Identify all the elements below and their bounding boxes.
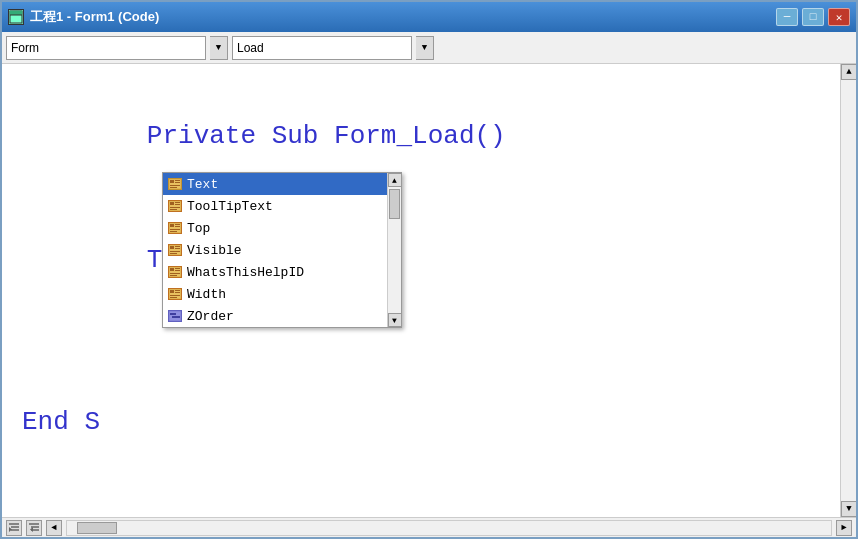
svg-rect-29 bbox=[175, 268, 180, 269]
property-icon-top bbox=[167, 221, 183, 235]
autocomplete-item-tooltiptext[interactable]: ToolTipText bbox=[163, 195, 387, 217]
svg-rect-18 bbox=[175, 226, 180, 227]
autocomplete-item-visible[interactable]: Visible bbox=[163, 239, 387, 261]
svg-rect-8 bbox=[170, 187, 177, 188]
svg-rect-17 bbox=[175, 224, 180, 225]
autocomplete-scrollbar: ▲ ▼ bbox=[387, 173, 401, 327]
svg-rect-4 bbox=[170, 180, 174, 183]
svg-rect-37 bbox=[170, 295, 180, 296]
autocomplete-label-whatsthishelpid: WhatsThisHelpID bbox=[187, 265, 304, 280]
window-controls: ─ □ ✕ bbox=[776, 8, 850, 26]
scroll-up-button[interactable]: ▲ bbox=[841, 64, 856, 80]
svg-rect-11 bbox=[175, 202, 180, 203]
autocomplete-label-tooltiptext: ToolTipText bbox=[187, 199, 273, 214]
autocomplete-item-zorder[interactable]: ZOrder bbox=[163, 305, 387, 327]
property-icon-whatsthis bbox=[167, 265, 183, 279]
svg-rect-22 bbox=[170, 246, 174, 249]
svg-rect-13 bbox=[170, 207, 180, 208]
right-scrollbar: ▲ ▼ bbox=[840, 64, 856, 517]
outdent-button[interactable] bbox=[26, 520, 42, 536]
autocomplete-scroll-down[interactable]: ▼ bbox=[388, 313, 402, 327]
load-dropdown[interactable]: Load bbox=[232, 36, 412, 60]
autocomplete-scroll-thumb[interactable] bbox=[389, 189, 400, 219]
svg-rect-14 bbox=[170, 209, 177, 210]
svg-rect-10 bbox=[170, 202, 174, 205]
window-title: 工程1 - Form1 (Code) bbox=[30, 8, 159, 26]
autocomplete-label-visible: Visible bbox=[187, 243, 242, 258]
svg-rect-35 bbox=[175, 290, 180, 291]
autocomplete-label-width: Width bbox=[187, 287, 226, 302]
svg-rect-38 bbox=[170, 297, 177, 298]
load-dropdown-arrow[interactable]: ▼ bbox=[416, 36, 434, 60]
svg-rect-31 bbox=[170, 273, 180, 274]
bottom-bar: ◄ ► bbox=[2, 517, 856, 537]
property-icon-width bbox=[167, 287, 183, 301]
main-window: 工程1 - Form1 (Code) ─ □ ✕ Form ▼ Load ▼ P… bbox=[0, 0, 858, 539]
autocomplete-item-whatsthishelpid[interactable]: WhatsThisHelpID bbox=[163, 261, 387, 283]
title-bar: 工程1 - Form1 (Code) ─ □ ✕ bbox=[2, 2, 856, 32]
editor-area: Private Sub Form_Load() Text1.te bbox=[2, 64, 856, 517]
close-button[interactable]: ✕ bbox=[828, 8, 850, 26]
scroll-track-right bbox=[841, 80, 856, 501]
form-dropdown-arrow[interactable]: ▼ bbox=[210, 36, 228, 60]
svg-rect-6 bbox=[175, 182, 180, 183]
autocomplete-scroll-track bbox=[388, 187, 401, 313]
maximize-button[interactable]: □ bbox=[802, 8, 824, 26]
svg-rect-7 bbox=[170, 185, 180, 186]
autocomplete-popup: Text bbox=[162, 172, 402, 328]
property-icon-visible bbox=[167, 243, 183, 257]
horizontal-scrollbar[interactable] bbox=[66, 520, 832, 536]
title-bar-left: 工程1 - Form1 (Code) bbox=[8, 8, 159, 26]
indent-button[interactable] bbox=[6, 520, 22, 536]
autocomplete-item-text[interactable]: Text bbox=[163, 173, 387, 195]
scroll-right-button[interactable]: ► bbox=[836, 520, 852, 536]
property-icon-tooltiptext bbox=[167, 199, 183, 213]
svg-rect-19 bbox=[170, 229, 180, 230]
svg-rect-24 bbox=[175, 248, 180, 249]
property-icon-text bbox=[167, 177, 183, 191]
scroll-down-button[interactable]: ▼ bbox=[841, 501, 856, 517]
svg-rect-12 bbox=[175, 204, 180, 205]
h-scroll-thumb[interactable] bbox=[77, 522, 117, 534]
method-icon-zorder bbox=[167, 309, 183, 323]
code-content: Private Sub Form_Load() Text1.te bbox=[22, 74, 820, 324]
minimize-button[interactable]: ─ bbox=[776, 8, 798, 26]
code-editor[interactable]: Private Sub Form_Load() Text1.te bbox=[2, 64, 840, 517]
svg-rect-41 bbox=[172, 316, 180, 318]
autocomplete-scroll-up[interactable]: ▲ bbox=[388, 173, 402, 187]
svg-rect-34 bbox=[170, 290, 174, 293]
autocomplete-item-top[interactable]: Top bbox=[163, 217, 387, 239]
svg-rect-5 bbox=[175, 180, 180, 181]
svg-rect-26 bbox=[170, 253, 177, 254]
svg-rect-30 bbox=[175, 270, 180, 271]
scroll-left-button[interactable]: ◄ bbox=[46, 520, 62, 536]
svg-rect-16 bbox=[170, 224, 174, 227]
autocomplete-label-text: Text bbox=[187, 177, 218, 192]
svg-rect-40 bbox=[170, 313, 176, 315]
svg-rect-20 bbox=[170, 231, 177, 232]
svg-rect-23 bbox=[175, 246, 180, 247]
form-dropdown[interactable]: Form bbox=[6, 36, 206, 60]
svg-rect-25 bbox=[170, 251, 180, 252]
svg-rect-36 bbox=[175, 292, 180, 293]
svg-rect-32 bbox=[170, 275, 177, 276]
svg-rect-28 bbox=[170, 268, 174, 271]
toolbar: Form ▼ Load ▼ bbox=[2, 32, 856, 64]
app-icon bbox=[8, 9, 24, 25]
autocomplete-label-top: Top bbox=[187, 221, 210, 236]
code-line-end: End S bbox=[22, 407, 100, 437]
autocomplete-list: Text bbox=[163, 173, 387, 327]
svg-rect-1 bbox=[10, 11, 22, 15]
autocomplete-label-zorder: ZOrder bbox=[187, 309, 234, 324]
autocomplete-item-width[interactable]: Width bbox=[163, 283, 387, 305]
code-line-1: Private Sub Form_Load() bbox=[147, 121, 506, 151]
